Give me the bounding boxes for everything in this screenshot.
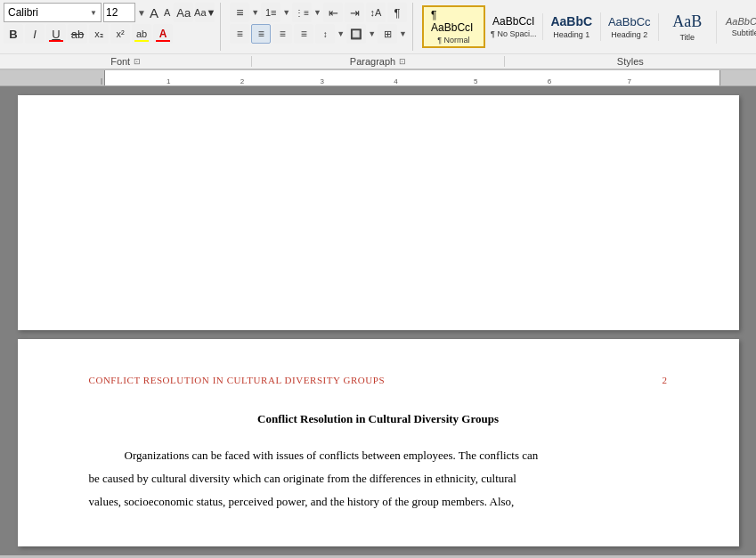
highlight-icon: ab bbox=[136, 28, 147, 39]
style-normal-label: ¶ Normal bbox=[437, 36, 469, 44]
font-section-label: Font ⊡ bbox=[0, 56, 252, 67]
shading-icon: 🔲 bbox=[350, 28, 362, 40]
style-heading2-label: Heading 2 bbox=[611, 30, 647, 39]
bullets-button[interactable]: ≡ bbox=[230, 3, 249, 22]
font-section: Calibri ▼ 12 ▼ A A Aa Aa▼ bbox=[4, 3, 221, 51]
borders-icon: ⊞ bbox=[384, 28, 392, 40]
ruler-gray-left: | bbox=[0, 70, 105, 85]
superscript-icon: x² bbox=[116, 28, 124, 39]
font-shrink-button[interactable]: A bbox=[162, 5, 172, 20]
style-heading1-label: Heading 1 bbox=[553, 30, 589, 39]
style-no-spacing-label: ¶ No Spaci... bbox=[491, 29, 536, 38]
clear-formatting-button[interactable]: Aa bbox=[174, 3, 193, 22]
document-page-2[interactable]: CONFLICT RESOLUTION IN CULTURAL DIVERSIT… bbox=[18, 339, 739, 546]
font-grow-button[interactable]: A bbox=[148, 4, 160, 22]
document-body: Organizations can be faced with issues o… bbox=[89, 444, 668, 514]
body-paragraph-2: be caused by cultural diversity which ca… bbox=[89, 467, 668, 490]
increase-indent-button[interactable]: ⇥ bbox=[345, 3, 364, 22]
show-formatting-button[interactable]: ¶ bbox=[387, 3, 407, 22]
font-size-value: 12 bbox=[106, 6, 118, 19]
page-header-text: CONFLICT RESOLUTION IN CULTURAL DIVERSIT… bbox=[89, 375, 386, 385]
shading-dropdown-icon[interactable]: ▼ bbox=[368, 29, 376, 38]
font-name-input[interactable]: Calibri ▼ bbox=[4, 3, 102, 22]
highlight-color-indicator bbox=[134, 40, 149, 42]
body-paragraph-1: Organizations can be faced with issues o… bbox=[89, 444, 668, 467]
align-center-button[interactable]: ≡ bbox=[251, 24, 271, 44]
superscript-button[interactable]: x² bbox=[110, 24, 130, 44]
strikethrough-button[interactable]: ab bbox=[68, 24, 87, 44]
numbering-button[interactable]: 1≡ bbox=[261, 3, 280, 22]
sort-button[interactable]: ↕A bbox=[366, 3, 386, 22]
underline-color-indicator bbox=[49, 40, 63, 42]
ruler-tick-5: 5 bbox=[474, 77, 477, 85]
shading-button[interactable]: 🔲 bbox=[346, 24, 366, 44]
numbering-icon: 1≡ bbox=[265, 7, 277, 18]
ruler-tick-7: 7 bbox=[628, 77, 631, 85]
align-right-button[interactable]: ≡ bbox=[272, 24, 292, 44]
paragraph-row2: ≡ ≡ ≡ ≡ ↕ ▼ bbox=[230, 24, 407, 44]
ribbon-sections: Font ⊡ Paragraph ⊡ Styles bbox=[0, 53, 756, 69]
style-normal-preview: ¶ AaBbCcI bbox=[431, 9, 476, 34]
change-case-button[interactable]: Aa▼ bbox=[195, 3, 215, 22]
ruler: | 1 2 3 4 5 6 7 bbox=[0, 70, 756, 86]
style-normal[interactable]: ¶ AaBbCcI ¶ Normal bbox=[422, 5, 485, 48]
bold-button[interactable]: B bbox=[4, 24, 23, 44]
font-row1: Calibri ▼ 12 ▼ A A Aa Aa▼ bbox=[4, 3, 215, 22]
font-color-button[interactable]: A bbox=[153, 24, 173, 44]
body-paragraph-3: values, socioeconomic status, perceived … bbox=[89, 490, 668, 514]
ruler-marker-left: | bbox=[101, 77, 104, 85]
font-size-input[interactable]: 12 bbox=[103, 3, 135, 22]
bullets-dropdown-icon[interactable]: ▼ bbox=[251, 8, 259, 17]
justify-button[interactable]: ≡ bbox=[294, 24, 313, 44]
document-page-1 bbox=[18, 95, 739, 330]
subscript-icon: x₂ bbox=[94, 28, 103, 40]
subscript-button[interactable]: x₂ bbox=[89, 24, 109, 44]
borders-button[interactable]: ⊞ bbox=[378, 24, 397, 44]
line-spacing-icon: ↕ bbox=[323, 29, 328, 39]
style-heading2[interactable]: AaBbCc Heading 2 bbox=[601, 13, 659, 41]
align-right-icon: ≡ bbox=[280, 28, 286, 40]
align-left-button[interactable]: ≡ bbox=[230, 24, 249, 44]
style-no-spacing[interactable]: AaBbCcI ¶ No Spaci... bbox=[485, 13, 543, 40]
ribbon-main-area: Calibri ▼ 12 ▼ A A Aa Aa▼ bbox=[0, 0, 756, 53]
align-left-icon: ≡ bbox=[237, 28, 243, 40]
align-center-icon: ≡ bbox=[258, 28, 264, 40]
bold-icon: B bbox=[9, 28, 17, 41]
style-heading2-preview: AaBbCc bbox=[608, 15, 651, 28]
underline-button[interactable]: U bbox=[46, 24, 66, 44]
style-title-preview: AaB bbox=[672, 12, 702, 31]
ruler-white[interactable]: 1 2 3 4 5 6 7 bbox=[105, 70, 720, 85]
font-row2: B I U ab x₂ bbox=[4, 24, 215, 44]
change-case-icon: Aa▼ bbox=[194, 7, 215, 18]
ribbon-toolbar: Calibri ▼ 12 ▼ A A Aa Aa▼ bbox=[0, 0, 756, 70]
ruler-tick-6: 6 bbox=[548, 77, 551, 85]
style-subtitle-label: Subtitle bbox=[732, 28, 756, 37]
multilevel-list-button[interactable]: ⋮≡ bbox=[292, 3, 312, 22]
line-spacing-button[interactable]: ↕ bbox=[315, 24, 335, 44]
highlight-button[interactable]: ab bbox=[132, 24, 151, 44]
style-subtitle-preview: AaBbCc. bbox=[726, 16, 756, 27]
line-spacing-dropdown-icon[interactable]: ▼ bbox=[337, 29, 345, 38]
style-title-label: Title bbox=[679, 33, 695, 42]
style-heading1-preview: AaBbC bbox=[550, 14, 592, 28]
styles-gallery: ¶ AaBbCcI ¶ Normal AaBbCcI ¶ No Spaci...… bbox=[422, 5, 756, 48]
italic-icon: I bbox=[33, 28, 37, 41]
page-header: CONFLICT RESOLUTION IN CULTURAL DIVERSIT… bbox=[89, 375, 668, 385]
paragraph-section-expander[interactable]: ⊡ bbox=[399, 57, 406, 66]
ruler-gray-right bbox=[720, 70, 756, 85]
multilevel-dropdown-icon[interactable]: ▼ bbox=[313, 8, 321, 17]
font-name-dropdown-icon[interactable]: ▼ bbox=[90, 9, 97, 17]
style-heading1[interactable]: AaBbC Heading 1 bbox=[543, 12, 601, 41]
justify-icon: ≡ bbox=[301, 28, 307, 40]
style-title[interactable]: AaB Title bbox=[659, 11, 717, 44]
font-size-dropdown-icon[interactable]: ▼ bbox=[137, 8, 146, 18]
italic-button[interactable]: I bbox=[25, 24, 45, 44]
styles-section: ¶ AaBbCcI ¶ Normal AaBbCcI ¶ No Spaci...… bbox=[417, 3, 756, 51]
decrease-indent-button[interactable]: ⇤ bbox=[323, 3, 343, 22]
numbering-dropdown-icon[interactable]: ▼ bbox=[282, 8, 290, 17]
multilevel-list-icon: ⋮≡ bbox=[295, 8, 309, 18]
borders-dropdown-icon[interactable]: ▼ bbox=[399, 29, 407, 38]
font-section-expander[interactable]: ⊡ bbox=[134, 57, 141, 66]
increase-indent-icon: ⇥ bbox=[350, 6, 360, 20]
style-subtitle[interactable]: AaBbCc. Subtitle bbox=[717, 14, 756, 39]
